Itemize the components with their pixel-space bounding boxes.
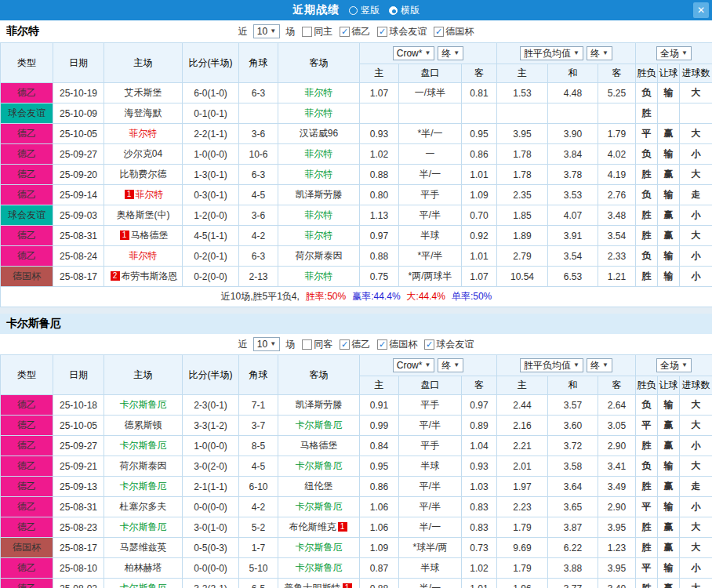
avg-draw: 3.84 — [548, 144, 598, 165]
team-name-text: 凯泽斯劳滕 — [296, 189, 343, 200]
match-row: 德乙25-09-13卡尔斯鲁厄2-1(1-1)6-10纽伦堡0.86平/半1.0… — [1, 477, 712, 497]
filter-checkbox-球会友谊[interactable]: ✓球会友谊 — [424, 338, 474, 351]
handicap: *半/一 — [399, 124, 462, 144]
bookmaker-dropdown[interactable]: Crow*▼ — [393, 358, 435, 372]
filter-checkbox-德乙[interactable]: ✓德乙 — [340, 338, 370, 351]
corners — [239, 103, 278, 124]
filter-checkbox-德国杯[interactable]: ✓德国杯 — [377, 338, 417, 351]
match-type-badge: 德乙 — [1, 83, 53, 103]
filter-checkbox-同主[interactable]: 同主 — [302, 25, 332, 38]
odds-home: 0.97 — [360, 226, 399, 246]
corners: 2-13 — [239, 267, 278, 287]
window-title: 近期战绩 — [292, 3, 340, 17]
odds-stage-dropdown[interactable]: 终▼ — [438, 46, 463, 60]
team-name-text: 菲尔特 — [305, 107, 333, 118]
filter-checkbox-球会友谊[interactable]: ✓球会友谊 — [377, 25, 427, 38]
avg-draw: 3.77 — [548, 579, 598, 588]
checkbox-label: 德乙 — [351, 338, 370, 351]
goals-cell: 大 — [680, 416, 712, 436]
bookmaker-dropdown[interactable]: Crow*▼ — [393, 46, 435, 60]
scope-dropdown[interactable]: 全场▼ — [656, 46, 692, 60]
avg-home: 9.69 — [497, 538, 548, 558]
checkbox-label: 球会友谊 — [389, 25, 427, 38]
filter-checkbox-同客[interactable]: 同客 — [302, 338, 332, 351]
recent-count-dropdown[interactable]: 10▼ — [253, 337, 280, 351]
team-name-text: 奥格斯堡(中) — [117, 209, 170, 220]
avg-home: 1.53 — [497, 83, 548, 103]
away-team: 汉诺威96 — [278, 124, 360, 144]
home-team: 菲尔特 — [104, 246, 183, 267]
avg-header-group: 胜平负均值▼终▼ — [497, 43, 636, 64]
corners: 6-10 — [239, 477, 278, 497]
corners: 4-2 — [239, 226, 278, 246]
team-name-text: 普鲁士明斯特 — [285, 583, 341, 588]
odds-home: 0.99 — [360, 416, 399, 436]
match-date: 25-08-17 — [53, 538, 104, 558]
close-button[interactable]: ✕ — [693, 2, 709, 18]
handicap-result-cell: 赢 — [658, 416, 680, 436]
match-type-badge: 德乙 — [1, 246, 53, 267]
goals-cell — [680, 103, 712, 124]
team-name-text: 海登海默 — [125, 107, 162, 118]
match-row: 德乙25-08-23卡尔斯鲁厄3-0(1-0)5-2布伦斯维克11.06半/一0… — [1, 517, 712, 538]
team-name-text: 菲尔特 — [129, 128, 158, 139]
odds-away: 1.03 — [462, 477, 497, 497]
odds-stage-dropdown[interactable]: 终▼ — [438, 358, 463, 372]
team-name-text: 凯泽斯劳滕 — [296, 399, 343, 410]
match-row: 德乙25-09-21荷尔斯泰因3-0(2-0)4-5卡尔斯鲁厄0.95半球0.9… — [1, 456, 712, 477]
layout-radio-vertical[interactable]: 竖版 — [349, 4, 380, 17]
match-score: 1-0(0-0) — [183, 436, 239, 456]
team-name-text: 卡尔斯鲁厄 — [120, 440, 167, 451]
avg-draw: 3.87 — [548, 517, 598, 538]
radio-selected-icon — [389, 6, 398, 15]
match-row: 德乙25-09-27沙尔克041-0(0-0)10-6菲尔特1.02一0.861… — [1, 144, 712, 165]
match-score: 0-3(0-1) — [183, 185, 239, 205]
result-cell: 平 — [636, 558, 658, 579]
odds-home: 1.07 — [360, 83, 399, 103]
avg-dropdown[interactable]: 胜平负均值▼ — [520, 358, 583, 372]
avg-stage-dropdown[interactable]: 终▼ — [587, 358, 612, 372]
corners: 8-5 — [239, 436, 278, 456]
match-type-badge: 德乙 — [1, 165, 53, 185]
away-team: 卡尔斯鲁厄 — [278, 497, 360, 517]
match-score: 6-0(1-0) — [183, 83, 239, 103]
column-header: 比分(半场) — [183, 355, 239, 395]
column-header: 主场 — [104, 43, 183, 83]
team-name-text: 卡尔斯鲁厄 — [296, 542, 343, 553]
avg-home: 2.21 — [497, 436, 548, 456]
corners: 4-5 — [239, 456, 278, 477]
layout-radio-horizontal[interactable]: 横版 — [389, 4, 420, 17]
avg-home: 2.23 — [497, 497, 548, 517]
goals-cell: 大 — [680, 517, 712, 538]
column-header: 客场 — [278, 355, 360, 395]
avg-draw: 3.53 — [548, 185, 598, 205]
corners: 6-3 — [239, 165, 278, 185]
match-row: 德国杯25-08-172布劳韦斯洛恩0-2(0-0)2-13菲尔特0.75*两/… — [1, 267, 712, 287]
match-filter: 近10▼场同主✓德乙✓球会友谊✓德国杯 — [238, 24, 474, 38]
scope-dropdown[interactable]: 全场▼ — [656, 358, 692, 372]
odds-home: 0.93 — [360, 124, 399, 144]
column-subheader: 盘口 — [399, 64, 462, 83]
team-title: 菲尔特 — [6, 24, 39, 38]
results-table: 类型日期主场比分(半场)角球客场Crow*▼终▼胜平负均值▼终▼全场▼主盘口客主… — [0, 42, 712, 307]
result-cell: 胜 — [636, 579, 658, 588]
avg-dropdown[interactable]: 胜平负均值▼ — [520, 46, 583, 60]
match-row: 德乙25-09-20比勒费尔德1-3(0-1)6-3菲尔特0.88半/一1.01… — [1, 165, 712, 185]
handicap: 半球 — [399, 558, 462, 579]
avg-draw: 3.88 — [548, 558, 598, 579]
away-team: 卡尔斯鲁厄 — [278, 558, 360, 579]
match-date: 25-08-24 — [53, 246, 104, 267]
handicap-result-cell: 输 — [658, 246, 680, 267]
avg-away: 3.95 — [598, 558, 636, 579]
recent-count-dropdown[interactable]: 10▼ — [253, 24, 280, 38]
away-team: 菲尔特 — [278, 83, 360, 103]
goals-cell: 小 — [680, 497, 712, 517]
match-date: 25-10-09 — [53, 103, 104, 124]
filter-checkbox-德乙[interactable]: ✓德乙 — [340, 25, 370, 38]
avg-stage-dropdown[interactable]: 终▼ — [587, 46, 612, 60]
team-name-text: 荷尔斯泰因 — [120, 460, 167, 471]
goals-cell: 小 — [680, 267, 712, 287]
away-team: 卡尔斯鲁厄 — [278, 416, 360, 436]
corners: 6-5 — [239, 579, 278, 588]
filter-checkbox-德国杯[interactable]: ✓德国杯 — [434, 25, 474, 38]
